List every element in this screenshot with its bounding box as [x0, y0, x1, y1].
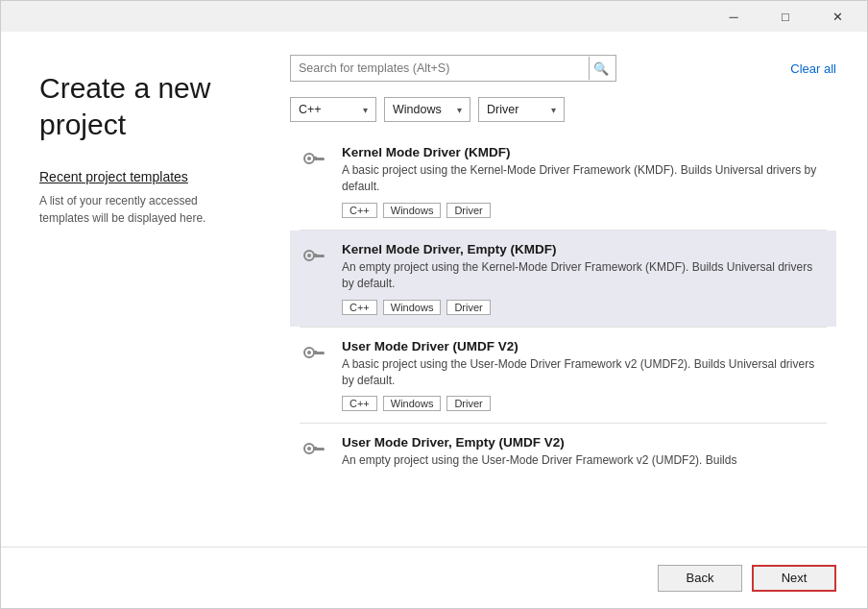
svg-point-5	[307, 254, 311, 257]
svg-rect-7	[313, 254, 317, 256]
template-icon-umdf-empty	[300, 437, 330, 468]
minimize-button[interactable]: ─	[711, 1, 756, 32]
right-panel: 🔍 Clear all C++ ▾ Windows ▾ Driver ▾	[275, 32, 867, 547]
template-item-umdf-empty[interactable]: User Mode Driver, Empty (UMDF V2) An emp…	[290, 424, 836, 487]
template-item-kmdf[interactable]: Kernel Mode Driver (KMDF) A basic projec…	[290, 134, 836, 230]
search-row: 🔍 Clear all	[290, 55, 836, 82]
left-panel: Create a new project Recent project temp…	[1, 32, 275, 547]
search-icon[interactable]: 🔍	[589, 57, 612, 80]
chevron-down-icon: ▾	[457, 105, 462, 115]
svg-point-13	[307, 447, 311, 451]
template-desc-umdf: A basic project using the User-Mode Driv…	[342, 356, 827, 390]
template-desc-kmdf: A basic project using the Kernel-Mode Dr…	[342, 162, 827, 196]
filter-project-type-label: Driver	[487, 103, 518, 116]
template-tags-kmdf: C++ Windows Driver	[342, 203, 827, 218]
svg-rect-15	[313, 447, 317, 449]
svg-point-1	[307, 157, 311, 160]
chevron-down-icon: ▾	[363, 105, 368, 115]
filter-platform-label: Windows	[393, 103, 442, 116]
template-tags-kmdf-empty: C++ Windows Driver	[342, 300, 827, 315]
templates-list: Kernel Mode Driver (KMDF) A basic projec…	[290, 134, 836, 531]
template-tags-umdf: C++ Windows Driver	[342, 396, 827, 411]
tag-driver-3: Driver	[446, 396, 490, 411]
template-icon-kmdf-empty	[300, 244, 330, 275]
template-icon-kmdf	[300, 147, 330, 178]
svg-point-9	[307, 351, 311, 354]
tag-driver-2: Driver	[446, 300, 490, 315]
tag-windows-2: Windows	[383, 300, 442, 315]
tag-cpp-3: C++	[342, 396, 377, 411]
maximize-button[interactable]: □	[763, 1, 808, 32]
template-icon-umdf	[300, 341, 330, 372]
recent-templates-label: Recent project templates	[39, 169, 244, 184]
template-name-kmdf-empty: Kernel Mode Driver, Empty (KMDF)	[342, 242, 827, 256]
back-button[interactable]: Back	[658, 565, 742, 592]
template-desc-umdf-empty: An empty project using the User-Mode Dri…	[342, 452, 827, 469]
template-desc-kmdf-empty: An empty project using the Kernel-Mode D…	[342, 259, 827, 293]
recent-templates-desc: A list of your recently accessed templat…	[39, 192, 244, 227]
tag-cpp: C++	[342, 203, 377, 218]
main-window: ─ □ ✕ Create a new project Recent projec…	[0, 0, 868, 609]
footer: Back Next	[1, 547, 867, 608]
filter-platform[interactable]: Windows ▾	[384, 97, 470, 122]
tag-windows-3: Windows	[383, 396, 442, 411]
close-button[interactable]: ✕	[815, 1, 859, 32]
page-title: Create a new project	[39, 70, 244, 142]
tag-windows: Windows	[383, 203, 442, 218]
template-name-umdf: User Mode Driver (UMDF V2)	[342, 339, 827, 353]
template-body-kmdf: Kernel Mode Driver (KMDF) A basic projec…	[342, 145, 827, 218]
template-name-kmdf: Kernel Mode Driver (KMDF)	[342, 145, 827, 159]
clear-all-link[interactable]: Clear all	[790, 61, 836, 76]
filter-row: C++ ▾ Windows ▾ Driver ▾	[290, 97, 836, 122]
next-button[interactable]: Next	[752, 565, 836, 592]
template-name-umdf-empty: User Mode Driver, Empty (UMDF V2)	[342, 435, 827, 450]
template-body-kmdf-empty: Kernel Mode Driver, Empty (KMDF) An empt…	[342, 242, 827, 315]
title-bar: ─ □ ✕	[1, 1, 867, 32]
template-body-umdf: User Mode Driver (UMDF V2) A basic proje…	[342, 339, 827, 412]
filter-language[interactable]: C++ ▾	[290, 97, 376, 122]
template-item-umdf[interactable]: User Mode Driver (UMDF V2) A basic proje…	[290, 328, 836, 424]
template-body-umdf-empty: User Mode Driver, Empty (UMDF V2) An emp…	[342, 435, 827, 475]
svg-rect-11	[313, 351, 317, 353]
filter-language-label: C++	[299, 103, 322, 116]
template-item-kmdf-empty[interactable]: Kernel Mode Driver, Empty (KMDF) An empt…	[290, 231, 836, 327]
tag-cpp-2: C++	[342, 300, 377, 315]
search-box[interactable]: 🔍	[290, 55, 616, 82]
chevron-down-icon: ▾	[551, 105, 556, 115]
content-area: Create a new project Recent project temp…	[1, 32, 867, 547]
filter-project-type[interactable]: Driver ▾	[478, 97, 565, 122]
svg-rect-3	[313, 157, 317, 158]
tag-driver: Driver	[446, 203, 490, 218]
search-input[interactable]	[299, 61, 589, 75]
